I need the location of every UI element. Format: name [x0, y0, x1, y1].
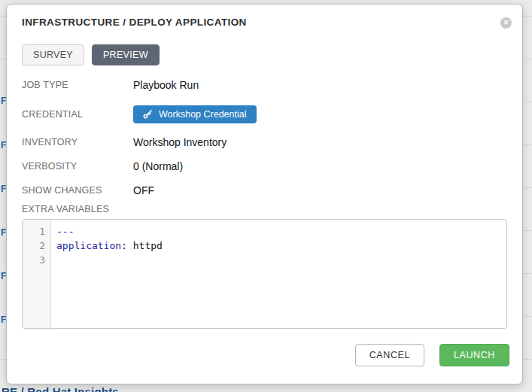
modal-header: INFRASTRUCTURE / DEPLOY APPLICATION ✕ [7, 5, 522, 29]
modal-tabs: SURVEY PREVIEW [22, 44, 507, 65]
field-row-show-changes: SHOW CHANGES OFF [22, 183, 507, 198]
background-clipped-text: RE / Red Hat Insights [2, 385, 119, 392]
code-line: --- [56, 224, 506, 239]
yaml-separator: : [121, 240, 133, 251]
field-row-inventory: INVENTORY Workshop Inventory [22, 135, 507, 150]
deploy-application-modal: INFRASTRUCTURE / DEPLOY APPLICATION ✕ SU… [6, 4, 523, 384]
show-changes-value: OFF [133, 184, 154, 196]
field-row-verbosity: VERBOSITY 0 (Normal) [22, 159, 507, 174]
extra-variables-label: EXTRA VARIABLES [22, 204, 507, 214]
credential-badge: Workshop Credential [133, 105, 257, 123]
key-icon [143, 109, 153, 119]
credential-label: CREDENTIAL [22, 109, 133, 120]
verbosity-value: 0 (Normal) [133, 160, 183, 172]
credential-badge-label: Workshop Credential [159, 109, 247, 120]
line-number: 2 [23, 239, 45, 253]
show-changes-label: SHOW CHANGES [22, 185, 133, 196]
line-number: 3 [23, 253, 45, 267]
modal-title: INFRASTRUCTURE / DEPLOY APPLICATION [22, 17, 500, 28]
inventory-label: INVENTORY [22, 137, 133, 147]
verbosity-label: VERBOSITY [22, 161, 133, 172]
cancel-button[interactable]: CANCEL [355, 344, 424, 366]
job-type-value: Playbook Run [133, 79, 199, 91]
job-type-label: JOB TYPE [22, 80, 133, 90]
code-line: application: httpd [56, 239, 506, 253]
line-number: 1 [23, 224, 45, 239]
yaml-value: httpd [133, 240, 163, 251]
yaml-key: application [56, 240, 121, 251]
job-summary-fields: JOB TYPE Playbook Run CREDENTIAL Worksho… [22, 77, 507, 198]
editor-line-number-gutter: 1 2 3 [23, 220, 51, 328]
yaml-doc-start: --- [56, 226, 74, 237]
field-row-credential: CREDENTIAL Workshop Credential [22, 104, 507, 124]
inventory-value: Workshop Inventory [133, 136, 226, 148]
field-row-job-type: JOB TYPE Playbook Run [22, 77, 507, 93]
modal-footer: CANCEL LAUNCH [7, 344, 522, 384]
launch-button[interactable]: LAUNCH [439, 344, 509, 366]
tab-preview[interactable]: PREVIEW [92, 44, 160, 65]
tab-survey[interactable]: SURVEY [22, 44, 84, 65]
close-icon[interactable]: ✕ [500, 17, 512, 29]
extra-variables-section: EXTRA VARIABLES 1 2 3 --- application: h… [22, 204, 507, 329]
editor-code-area[interactable]: --- application: httpd [51, 220, 506, 328]
extra-variables-editor[interactable]: 1 2 3 --- application: httpd [22, 219, 507, 329]
